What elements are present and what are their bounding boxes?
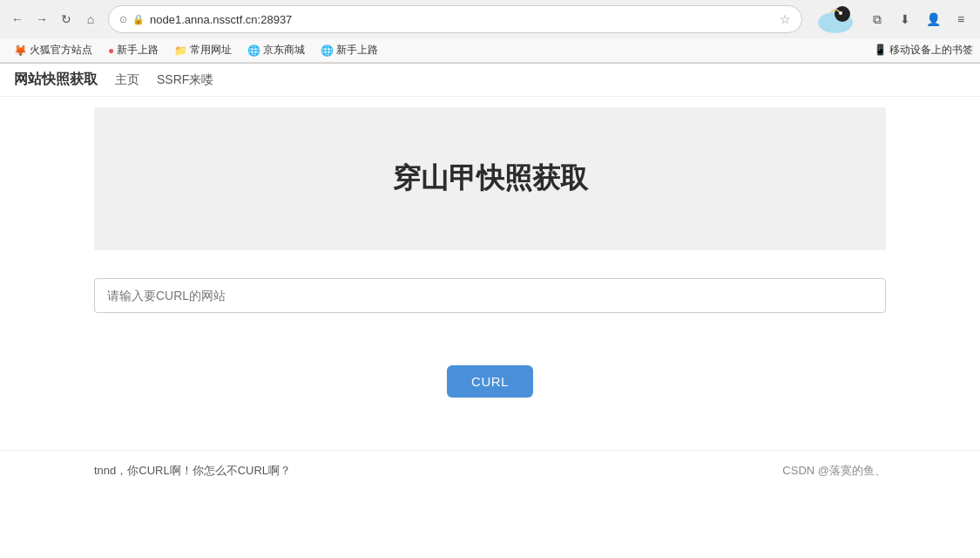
bookmark-label: 新手上路 [336,43,378,58]
home-button[interactable]: ⌂ [80,9,101,30]
globe-icon: 🌐 [247,44,260,57]
menu-icon: ≡ [957,12,964,26]
menu-button[interactable]: ≡ [949,7,973,31]
footer-brand: CSDN @落寞的鱼、 [782,463,886,479]
browser-chrome: ← → ↻ ⌂ ⊙ 🔒 ☆ [0,0,980,64]
extensions-icon: ⧉ [873,12,882,27]
bookmark-newbie1[interactable]: ● 新手上路 [101,41,166,59]
curl-btn-container: CURL [94,365,886,398]
shield-icon: ⊙ [119,14,127,25]
svg-point-2 [839,11,842,15]
hero-section: 穿山甲快照获取 [94,107,886,250]
folder-icon: 📁 [174,44,187,57]
main-area: CURL [0,261,980,450]
globe2-icon: 🌐 [321,44,334,57]
browser-toolbar: ← → ↻ ⌂ ⊙ 🔒 ☆ [0,0,980,38]
page-content: 网站快照获取 主页 SSRF来喽 穿山甲快照获取 CURL tnnd，你CURL… [0,64,980,491]
profile-illustration [809,5,862,33]
bookmark-jd[interactable]: 🌐 京东商城 [240,41,312,59]
app-title: 网站快照获取 [14,71,98,89]
refresh-icon: ↻ [61,12,71,26]
nav-link-home[interactable]: 主页 [115,72,139,88]
forward-icon: → [36,12,48,26]
home-icon: ⌂ [87,12,94,26]
bookmark-common[interactable]: 📁 常用网址 [167,41,239,59]
extensions-button[interactable]: ⧉ [865,7,889,31]
bookmark-label: 火狐官方站点 [30,43,92,58]
download-icon: ⬇ [900,12,910,26]
bookmark-label: 京东商城 [263,43,305,58]
profile-button[interactable]: 👤 [921,7,945,31]
lock-icon: 🔒 [132,14,145,25]
curl-url-input[interactable] [107,289,873,303]
bookmark-newbie2[interactable]: 🌐 新手上路 [314,41,385,59]
nav-buttons: ← → ↻ ⌂ [7,9,101,30]
forward-button[interactable]: → [31,9,52,30]
svg-point-1 [835,6,850,22]
refresh-button[interactable]: ↻ [56,9,77,30]
red-circle-icon: ● [108,44,114,57]
bookmark-label: 常用网址 [190,43,232,58]
url-input-container[interactable] [94,278,886,313]
back-button[interactable]: ← [7,9,28,30]
mobile-bookmark-icon: 📱 [874,44,887,56]
app-navbar: 网站快照获取 主页 SSRF来喽 [0,64,980,97]
back-icon: ← [11,12,24,26]
browser-actions: ⧉ ⬇ 👤 ≡ [809,5,973,33]
star-icon[interactable]: ☆ [780,12,791,26]
url-input[interactable] [150,13,774,26]
bookmark-label: 新手上路 [117,43,159,58]
bookmark-foxfire[interactable]: 🦊 火狐官方站点 [7,41,99,59]
hero-title: 穿山甲快照获取 [112,160,868,198]
bookmarks-bar: 🦊 火狐官方站点 ● 新手上路 📁 常用网址 🌐 京东商城 🌐 新手上路 📱 移… [0,38,980,63]
footer-note: tnnd，你CURL啊！你怎么不CURL啊？ CSDN @落寞的鱼、 [0,450,980,491]
download-button[interactable]: ⬇ [893,7,917,31]
profile-icon: 👤 [926,12,941,26]
foxfire-icon: 🦊 [14,44,27,57]
address-bar[interactable]: ⊙ 🔒 ☆ [108,5,802,33]
curl-button[interactable]: CURL [447,365,533,398]
nav-link-ssrf[interactable]: SSRF来喽 [157,72,213,88]
bookmarks-right[interactable]: 📱 移动设备上的书签 [874,43,973,58]
footer-text: tnnd，你CURL啊！你怎么不CURL啊？ [94,463,291,479]
